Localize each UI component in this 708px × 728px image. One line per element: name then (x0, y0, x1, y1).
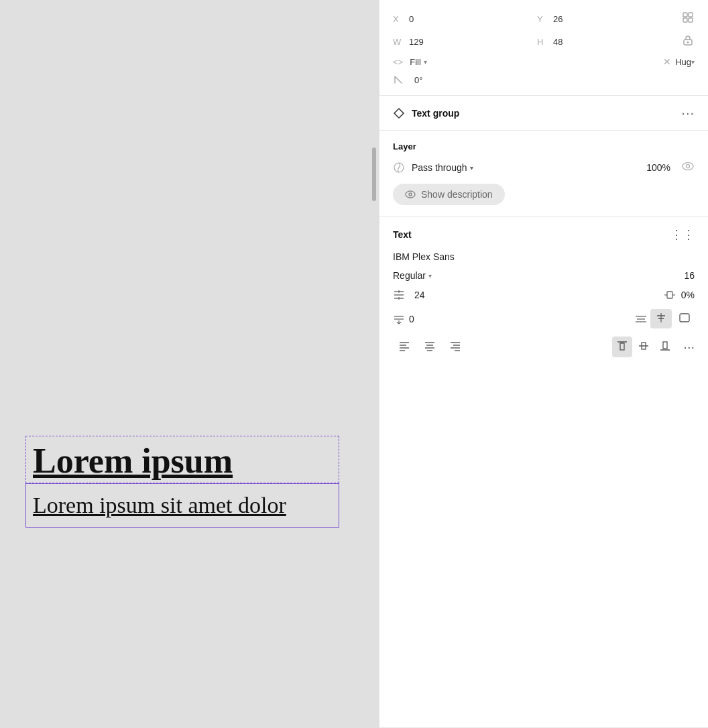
metrics-row: 24 0% (393, 289, 695, 301)
line-height-icon (393, 289, 405, 301)
font-style-arrow: ▾ (428, 272, 432, 280)
diamond-icon (393, 107, 405, 119)
vert-align-middle-button[interactable] (634, 337, 654, 357)
w-value[interactable]: 129 (409, 37, 456, 47)
y-label: Y (537, 14, 550, 24)
svg-rect-28 (680, 314, 689, 322)
svg-rect-0 (683, 13, 687, 17)
vert-align-top-button[interactable] (612, 337, 632, 357)
blend-mode-value: Pass through (412, 162, 467, 173)
proportional-lock[interactable] (681, 34, 695, 50)
blend-mode-arrow: ▾ (470, 164, 473, 172)
svg-point-5 (687, 42, 689, 44)
vert-align-bottom-button[interactable] (655, 337, 675, 357)
clip-content-icon (681, 11, 695, 24)
text-group-more-button[interactable]: ··· (681, 105, 695, 121)
text-more-button[interactable]: ⋮⋮ (670, 227, 695, 242)
font-style-value: Regular (393, 270, 426, 281)
vert-align-bottom-icon (659, 340, 671, 352)
body-text: Lorem ipsum sit amet dolor (33, 493, 286, 518)
canvas-selection: Lorem ipsum Lorem ipsum sit amet dolor (25, 436, 339, 528)
align-center-button[interactable] (650, 309, 672, 328)
angle-row: 0° (393, 74, 695, 86)
blend-mode-icon (393, 162, 405, 174)
hug-dropdown[interactable]: ✕ Hug ▾ (663, 56, 695, 67)
svg-rect-47 (663, 342, 667, 349)
spacing-row: 0 (393, 309, 695, 328)
text-align-left-button[interactable] (393, 337, 416, 357)
eye-icon (681, 161, 695, 172)
svg-point-7 (683, 163, 693, 170)
font-style-dropdown[interactable]: Regular ▾ (393, 270, 432, 281)
h-label: H (537, 37, 550, 47)
line-height-value[interactable]: 24 (414, 290, 434, 300)
blend-row: Pass through ▾ 100% (393, 161, 695, 174)
fill-dropdown[interactable]: <> Fill ▾ (393, 57, 643, 67)
text-align-center-icon (424, 341, 436, 351)
text-align-center-button[interactable] (418, 337, 441, 357)
fill-value: Fill (410, 57, 421, 67)
hug-arrow: ▾ (691, 58, 695, 66)
position-section: X 0 Y 26 W 129 H (379, 0, 708, 96)
angle-icon (393, 74, 405, 86)
opacity-value[interactable]: 100% (646, 162, 670, 173)
x-label: X (393, 14, 406, 24)
letter-spacing-icon (664, 289, 676, 301)
show-desc-eye-icon (405, 190, 416, 199)
svg-rect-16 (667, 292, 672, 298)
hug-icon: ✕ (663, 56, 671, 67)
text-align-left-icon (398, 341, 410, 351)
text-group-title: Text group (412, 108, 674, 119)
letter-spacing-value[interactable]: 0% (681, 290, 695, 300)
show-description-label: Show description (421, 189, 493, 200)
paragraph-spacing-icon (393, 313, 405, 325)
svg-rect-1 (689, 13, 693, 17)
right-panel: X 0 Y 26 W 129 H (379, 0, 708, 728)
paragraph-spacing-value[interactable]: 0 (409, 314, 414, 324)
font-style-row: Regular ▾ 16 (393, 270, 695, 281)
h-align-icon (634, 313, 648, 325)
text-group-section: Text group ··· (379, 96, 708, 131)
text-properties-section: Text ⋮⋮ IBM Plex Sans Regular ▾ 16 24 (379, 217, 708, 728)
font-size-value[interactable]: 16 (684, 270, 695, 281)
w-label: W (393, 37, 406, 47)
canvas-area: Lorem ipsum Lorem ipsum sit amet dolor (0, 0, 379, 728)
visibility-toggle[interactable] (681, 161, 695, 174)
text-section-title: Text (393, 229, 670, 240)
layer-title: Layer (393, 141, 695, 151)
x-value[interactable]: 0 (409, 14, 456, 24)
layer-section: Layer Pass through ▾ 100% (379, 131, 708, 217)
vert-align-middle-icon (638, 340, 650, 352)
position-icon[interactable] (681, 11, 695, 27)
text-align-right-icon (449, 341, 461, 351)
svg-rect-2 (683, 18, 687, 22)
vert-align-top-icon (616, 340, 628, 352)
heading-text: Lorem ipsum (33, 442, 233, 480)
svg-point-10 (409, 193, 412, 196)
show-description-button[interactable]: Show description (393, 184, 505, 205)
svg-rect-42 (620, 343, 624, 350)
letter-spacing-group: 0% (664, 289, 695, 301)
heading-selection-box: Lorem ipsum (25, 436, 339, 483)
align-right-button[interactable] (674, 309, 695, 328)
svg-rect-3 (689, 18, 693, 22)
angle-value[interactable]: 0° (414, 75, 422, 85)
lock-icon (681, 34, 695, 47)
h-value[interactable]: 48 (553, 37, 600, 47)
scrollbar-handle[interactable] (372, 147, 376, 201)
h-align-group (634, 309, 695, 328)
vert-align-group (612, 337, 675, 357)
fill-code-icon: <> (393, 57, 403, 67)
text-align-row: ··· (393, 337, 695, 357)
y-value[interactable]: 26 (553, 14, 600, 24)
align-center-icon (654, 312, 668, 324)
hug-value: Hug (675, 57, 691, 67)
text-bottom-more-button[interactable]: ··· (683, 339, 695, 355)
blend-mode-dropdown[interactable]: Pass through ▾ (412, 162, 473, 173)
text-section-header: Text ⋮⋮ (393, 227, 695, 242)
svg-point-8 (687, 165, 690, 168)
svg-point-9 (406, 191, 415, 198)
font-family[interactable]: IBM Plex Sans (393, 251, 695, 262)
fill-arrow: ▾ (424, 58, 427, 66)
text-align-right-button[interactable] (444, 337, 467, 357)
